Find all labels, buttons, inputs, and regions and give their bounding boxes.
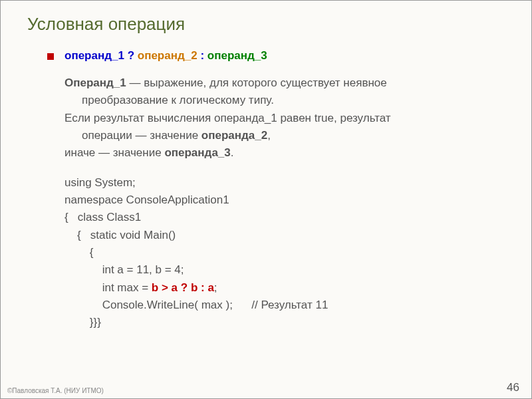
slide-title: Условная операция bbox=[27, 14, 505, 35]
operand-3: операнд_3 bbox=[207, 49, 267, 62]
code-l5: { bbox=[65, 244, 505, 261]
desc-rest-1: — выражение, для которого существует нея… bbox=[126, 76, 387, 89]
footer-copyright: ©Павловская Т.А. (НИУ ИТМО) bbox=[7, 387, 104, 394]
operand-1: операнд_1 bbox=[65, 49, 124, 62]
slide-content: операнд_1 ? операнд_2 : операнд_3 Операн… bbox=[27, 49, 505, 332]
bullet-icon bbox=[47, 53, 54, 60]
code-l7: int max = b > a ? b : a; bbox=[65, 279, 505, 297]
code-block: using System; namespace ConsoleApplicati… bbox=[47, 174, 505, 332]
code-l3: { class Class1 bbox=[65, 209, 505, 226]
description-block: Операнд_1 — выражение, для которого суще… bbox=[47, 74, 505, 162]
colon-sep: : bbox=[198, 49, 207, 62]
code-l1: using System; bbox=[65, 174, 505, 192]
syntax-expression: операнд_1 ? операнд_2 : операнд_3 bbox=[65, 49, 267, 63]
code-l8: Console.WriteLine( max ); // Результат 1… bbox=[65, 297, 505, 314]
code-l4: { static void Main() bbox=[65, 227, 505, 244]
operand-2: операнд_2 bbox=[138, 49, 198, 62]
page-number: 46 bbox=[507, 381, 519, 394]
desc-line-4: операции — значение операнда_2, bbox=[65, 127, 505, 144]
question-mark: ? bbox=[124, 49, 138, 62]
desc-line-5: иначе — значение операнда_3. bbox=[65, 144, 505, 162]
desc-line-2: преобразование к логическому типу. bbox=[65, 92, 505, 109]
desc-line-1: Операнд_1 — выражение, для которого суще… bbox=[65, 74, 505, 92]
code-l6: int a = 11, b = 4; bbox=[65, 261, 505, 279]
desc-lead: Операнд_1 bbox=[65, 76, 126, 89]
code-l2: namespace ConsoleApplication1 bbox=[65, 192, 505, 209]
desc-line-3: Если результат вычисления операнда_1 рав… bbox=[65, 110, 505, 127]
code-l9: }}} bbox=[65, 314, 505, 331]
syntax-row: операнд_1 ? операнд_2 : операнд_3 bbox=[47, 49, 505, 63]
